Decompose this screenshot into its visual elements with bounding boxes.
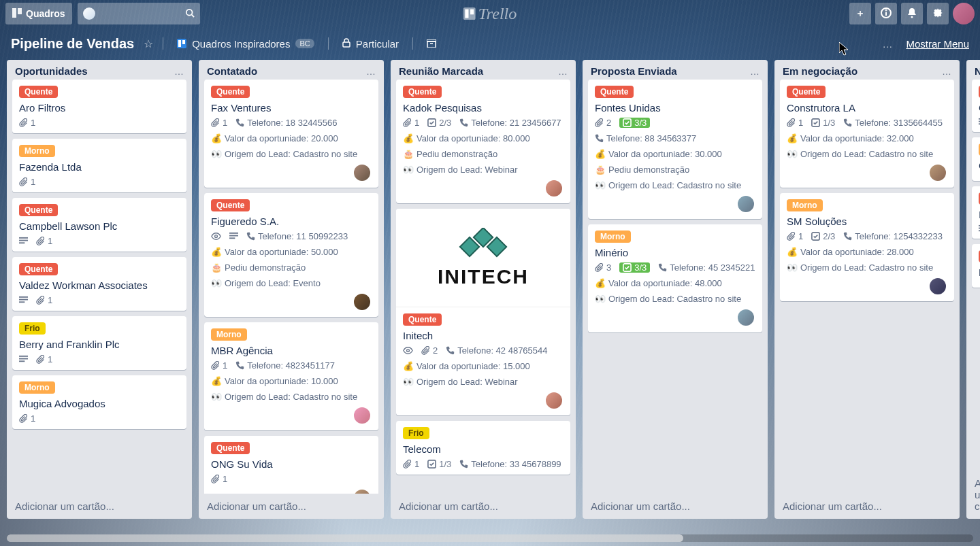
user-avatar[interactable] <box>953 3 975 24</box>
member-avatar[interactable] <box>736 308 755 327</box>
attachments-badge: 3 <box>595 262 611 273</box>
card[interactable]: Morno Minério 33/3Telefone: 45 2345221💰V… <box>588 224 762 332</box>
svg-rect-13 <box>182 40 185 44</box>
plus-icon: ＋ <box>855 7 865 20</box>
list-title[interactable]: Reunião Marcada <box>399 65 483 77</box>
list-title[interactable]: Contatado <box>207 65 257 77</box>
star-button[interactable]: ☆ <box>144 37 153 50</box>
card[interactable]: Quente Int <box>972 186 980 239</box>
card[interactable]: Quente Aro Filtros 1 <box>12 80 186 133</box>
card[interactable]: Morno SM Soluções 12/3Telefone: 12543322… <box>780 193 954 301</box>
card[interactable]: Quente Lo <box>972 244 980 288</box>
list-menu-button[interactable]: … <box>558 66 569 77</box>
list-header: Oportunidades … <box>7 60 192 80</box>
add-card-button[interactable]: Adicionar um cartão... <box>391 494 576 519</box>
list-menu-button[interactable]: … <box>942 66 953 77</box>
member-avatar[interactable] <box>353 488 372 494</box>
member-avatar[interactable] <box>544 179 564 198</box>
svg-rect-14 <box>343 42 350 47</box>
search-input[interactable] <box>78 3 200 24</box>
notifications-button[interactable] <box>901 3 923 24</box>
info-icon <box>881 7 892 20</box>
card-title: Campbell Lawson Plc <box>19 220 180 232</box>
card-badges: 1 <box>19 236 180 246</box>
member-avatar[interactable] <box>353 406 372 425</box>
card[interactable]: Quente Valdez Workman Associates 1 <box>12 257 186 311</box>
attachments-badge: 1 <box>36 295 52 305</box>
card[interactable]: Morno Co <box>972 137 980 181</box>
member-avatar[interactable] <box>353 292 372 311</box>
card[interactable]: Quente Campbell Lawson Plc 1 <box>12 198 186 252</box>
card[interactable]: Quente Construtora LA 11/3Telefone: 3135… <box>780 80 954 188</box>
origin-badge: 👀Origem do Lead: Cadastro no site <box>595 294 741 304</box>
card[interactable]: INITECH Quente Initech 2Telefone: 42 487… <box>396 209 570 415</box>
add-card-button[interactable]: Adicionar um cartão... <box>774 494 960 519</box>
card-title: Valdez Workman Associates <box>19 279 180 291</box>
team-badge: BC <box>295 39 314 48</box>
app-logo[interactable]: Trello <box>463 5 517 23</box>
card-title: Minério <box>595 247 755 258</box>
list-cards: Quente Construtora LA 11/3Telefone: 3135… <box>774 80 960 494</box>
list-header: Ne … <box>966 60 980 80</box>
settings-button[interactable] <box>927 3 949 24</box>
list-menu-button[interactable]: … <box>174 66 185 77</box>
list-menu-button[interactable]: … <box>366 66 377 77</box>
info-button[interactable] <box>875 3 897 24</box>
member-avatar[interactable] <box>928 163 947 182</box>
list: Ne … Quente Ca Morno Co Quente Int Quent… <box>966 60 980 519</box>
attachments-badge: 1 <box>211 474 227 484</box>
privacy-label: Particular <box>356 38 399 50</box>
card[interactable]: Quente Figueredo S.A. Telefone: 11 50992… <box>204 193 378 317</box>
card[interactable]: Quente Kadok Pesquisas 12/3Telefone: 21 … <box>396 80 570 203</box>
horizontal-scrollbar[interactable] <box>7 534 973 542</box>
description-badge <box>19 295 28 305</box>
boards-button[interactable]: Quadros <box>5 3 72 24</box>
attachments-badge: 1 <box>19 177 35 187</box>
card[interactable]: Frio Telecom 11/3Telefone: 33 45678899 <box>396 421 570 475</box>
privacy-chip[interactable]: Particular <box>338 35 403 52</box>
svg-rect-29 <box>229 235 238 237</box>
list-title[interactable]: Oportunidades <box>15 65 88 77</box>
archive-chip[interactable] <box>423 35 440 52</box>
card[interactable]: Quente ONG Su Vida 1 <box>204 436 378 494</box>
team-chip[interactable]: Quadros Inspiradores BC <box>173 35 318 52</box>
create-button[interactable]: ＋ <box>849 3 871 24</box>
attachments-badge: 1 <box>36 354 52 364</box>
add-card-button[interactable]: Adicionar um cartão... <box>583 494 768 519</box>
card-members <box>211 292 372 311</box>
card-title: Figueredo S.A. <box>211 216 372 227</box>
description-badge <box>19 354 28 364</box>
list-title[interactable]: Ne <box>975 65 980 77</box>
attachments-badge: 1 <box>403 118 419 128</box>
bell-icon <box>906 7 917 20</box>
card[interactable]: Quente Fax Ventures 1Telefone: 18 324455… <box>204 80 378 188</box>
member-avatar[interactable] <box>736 194 755 214</box>
origin-badge: 👀Origem do Lead: Cadastro no site <box>595 180 741 190</box>
value-badge: 💰Valor da oportuniade: 15.000 <box>403 361 530 371</box>
card[interactable]: Quente Ca <box>972 80 980 132</box>
origin-badge: 👀Origem do Lead: Webinar <box>403 377 518 387</box>
board-canvas[interactable]: Oportunidades … Quente Aro Filtros 1 Mor… <box>0 60 980 546</box>
member-avatar[interactable] <box>928 277 947 296</box>
value-badge: 💰Valor da oportuniade: 48.000 <box>595 278 722 288</box>
member-avatar[interactable] <box>544 391 564 410</box>
card[interactable]: Morno Fazenda Ltda 1 <box>12 139 186 192</box>
card[interactable]: Quente Fontes Unidas 23/3Telefone: 88 34… <box>588 80 762 219</box>
attachments-badge: 1 <box>211 360 227 371</box>
card[interactable]: Morno MBR Agência 1Telefone: 4823451177💰… <box>204 322 378 430</box>
card[interactable]: Frio Berry and Franklin Plc 1 <box>12 316 186 370</box>
add-card-button[interactable]: Adicionar um cartão... <box>966 471 980 519</box>
list-title[interactable]: Proposta Enviada <box>591 65 677 77</box>
show-menu-button[interactable]: Mostrar Menu <box>906 38 969 50</box>
list-menu-button[interactable]: … <box>750 66 761 77</box>
card-label: Quente <box>211 199 250 211</box>
add-card-button[interactable]: Adicionar um cartão... <box>7 494 192 519</box>
add-card-button[interactable]: Adicionar um cartão... <box>199 494 384 519</box>
card[interactable]: Morno Mugica Advogados 1 <box>12 375 186 429</box>
member-avatar[interactable] <box>353 163 372 182</box>
horizontal-scrollbar-thumb[interactable] <box>7 534 683 542</box>
attachments-badge: 1 <box>403 459 419 469</box>
svg-rect-18 <box>19 237 28 239</box>
list-title[interactable]: Em negociação <box>783 65 858 77</box>
card-title: Construtora LA <box>787 102 947 114</box>
